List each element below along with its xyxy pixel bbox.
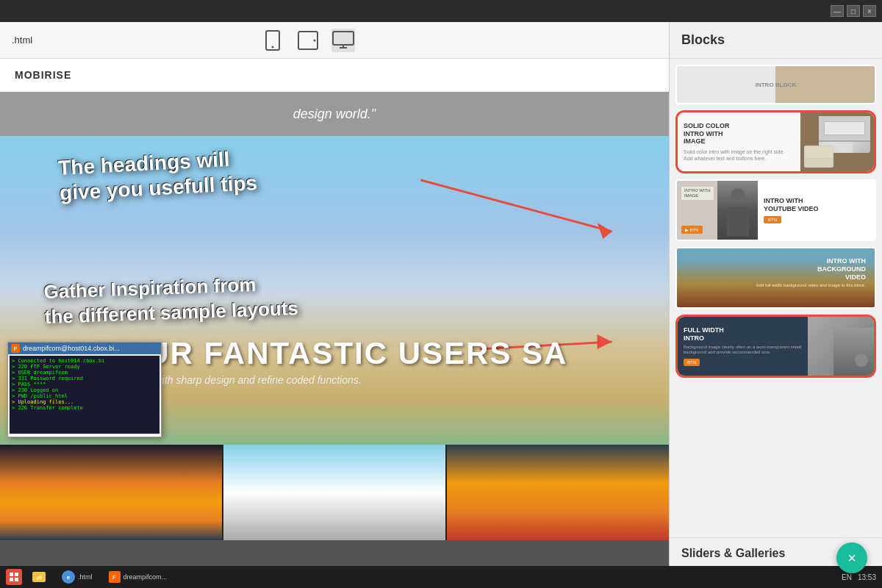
svg-rect-4 (333, 32, 354, 45)
block-bg-video-inner: INTRO WITHBACKGROUNDVIDEO Add full width… (677, 248, 875, 307)
block-youtube-title: INTRO WITHYOUTUBE VIDEO (764, 197, 869, 213)
block-fullwidth-title: FULL WIDTHINTRO (684, 326, 802, 343)
svg-marker-6 (598, 223, 612, 239)
hero-section: The headings willgive you usefull tips G… (0, 136, 669, 445)
svg-rect-11 (10, 578, 13, 581)
block-youtube-preview: INTRO WITHIMAGE ▶ BTN (677, 181, 758, 240)
ftp-line: > 220 FTP Server ready (12, 364, 157, 370)
block-youtube-person (717, 181, 758, 240)
block-solid-right (800, 112, 874, 171)
svg-point-1 (272, 46, 274, 48)
canvas: MOBIRISE design world." The headings wil… (0, 59, 669, 566)
block-youtube-cta-btn: BTN (764, 216, 781, 223)
block-fullwidth-desc: Background image clearly often an a semi… (684, 345, 802, 356)
block-solid-desc: Solid color intro with image on the righ… (684, 148, 795, 162)
block-solid-left: SOLID COLORINTRO WITHIMAGE Solid color i… (678, 112, 800, 171)
taskbar: 📁 e .html F dreampifcom... EN 13:53 (0, 566, 882, 588)
blocks-panel: Blocks INTRO BLOCK SOLID COLORINTRO WITH… (669, 22, 882, 566)
svg-rect-10 (15, 573, 18, 576)
svg-line-5 (421, 180, 612, 232)
preview-top-nav: MOBIRISE (0, 59, 669, 92)
block-notebook-image (804, 146, 833, 168)
tablet-device-button[interactable] (296, 29, 320, 52)
ftp-line: > Connected to host014.cbox.bi (12, 358, 157, 364)
editor-area: .html (0, 22, 669, 566)
title-bar-controls[interactable]: — □ × (831, 5, 876, 17)
thumbnails-row (0, 445, 669, 540)
block-fullwidth-left: FULL WIDTHINTRO Background image clearly… (678, 317, 808, 376)
blocks-list: INTRO BLOCK SOLID COLORINTRO WITHIMAGE S… (670, 59, 882, 537)
svg-rect-9 (10, 573, 13, 576)
thumbnail-2 (223, 445, 445, 540)
block-youtube-preview-label: INTRO WITHIMAGE (681, 187, 714, 200)
taskbar-time: 13:53 (858, 573, 876, 581)
ftp-line: > PWD /public_html (12, 393, 157, 399)
block-solid-color-intro[interactable]: SOLID COLORINTRO WITHIMAGE Solid color i… (675, 110, 876, 173)
taskbar-explorer-item[interactable]: 📁 (26, 569, 51, 585)
block-youtube-play-btn: ▶ BTN (681, 226, 703, 234)
design-world-section: design world." (0, 92, 669, 136)
taskbar-right: EN 13:53 (842, 573, 876, 581)
minimize-button[interactable]: — (831, 5, 844, 17)
svg-point-3 (314, 39, 316, 41)
svg-rect-12 (15, 578, 18, 581)
design-world-quote: design world." (293, 107, 376, 122)
block-fullwidth-inner: FULL WIDTHINTRO Background image clearly… (678, 317, 874, 376)
taskbar-browser-item[interactable]: e .html (56, 569, 98, 585)
taskbar-ftp-label: dreampifcom... (123, 573, 168, 581)
maximize-button[interactable]: □ (847, 5, 860, 17)
title-bar: — □ × (0, 0, 882, 22)
close-button-titlebar[interactable]: × (863, 5, 876, 17)
block-bg-video[interactable]: INTRO WITHBACKGROUNDVIDEO Add full width… (675, 247, 876, 309)
blocks-panel-header: Blocks (670, 22, 882, 59)
main-content: .html (0, 22, 882, 566)
ftp-line: > 226 Transfer complete (12, 405, 157, 411)
preview-brand: MOBIRISE (15, 69, 71, 81)
ftp-line: > PASS **** (12, 381, 157, 387)
toolbar: .html (0, 22, 669, 59)
thumbnail-3 (447, 445, 669, 540)
block-youtube-right: INTRO WITHYOUTUBE VIDEO BTN (758, 181, 875, 240)
ftp-title: dreampifcom@host014.cbox.bi... (23, 345, 120, 352)
block-bg-video-title: INTRO WITHBACKGROUNDVIDEO (756, 257, 866, 281)
ftp-line: > 230 Logged on (12, 387, 157, 393)
block-fullwidth-intro[interactable]: FULL WIDTHINTRO Background image clearly… (675, 315, 876, 378)
ftp-line: > Uploading files... (12, 399, 157, 405)
block-solid-title: SOLID COLORINTRO WITHIMAGE (684, 122, 795, 146)
annotation-text-2: Gather Inspiration fromthe different sam… (43, 271, 298, 330)
mobile-device-button[interactable] (261, 29, 284, 52)
taskbar-ftp-item[interactable]: F dreampifcom... (103, 569, 173, 585)
ftp-body: > Connected to host014.cbox.bi > 220 FTP… (8, 354, 161, 435)
block-fullwidth-right (808, 317, 874, 376)
ftp-line: > USER dreampifcom (12, 370, 157, 376)
block-fullwidth-cta-btn: BTN (684, 359, 700, 366)
taskbar-language: EN (842, 573, 852, 581)
block-bg-video-desc: Add full width background video and imag… (756, 283, 866, 289)
website-preview: MOBIRISE design world." The headings wil… (0, 59, 669, 566)
taskbar-browser-label: .html (78, 573, 93, 581)
block-solid-color-inner: SOLID COLORINTRO WITHIMAGE Solid color i… (678, 112, 874, 171)
thumbnail-1 (0, 445, 222, 540)
block-bg-video-text: INTRO WITHBACKGROUNDVIDEO Add full width… (756, 257, 866, 289)
desktop-device-button[interactable] (331, 29, 355, 52)
ftp-line: > 331 Password required (12, 376, 157, 381)
filename-label: .html (12, 35, 32, 46)
ftp-window[interactable]: F dreampifcom@host014.cbox.bi... > Conne… (7, 342, 162, 437)
block-item-partial[interactable]: INTRO BLOCK (675, 65, 876, 104)
device-switcher (261, 29, 355, 52)
annotation-text-1: The headings willgive you usefull tips (57, 146, 257, 205)
block-youtube-video[interactable]: INTRO WITHIMAGE ▶ BTN INTRO WITHYOUTUBE … (675, 179, 876, 241)
ftp-titlebar: F dreampifcom@host014.cbox.bi... (8, 343, 161, 354)
taskbar-start-icon[interactable] (6, 569, 22, 585)
ftp-app-icon: F (11, 344, 20, 353)
block-youtube-inner: INTRO WITHIMAGE ▶ BTN INTRO WITHYOUTUBE … (677, 181, 875, 240)
